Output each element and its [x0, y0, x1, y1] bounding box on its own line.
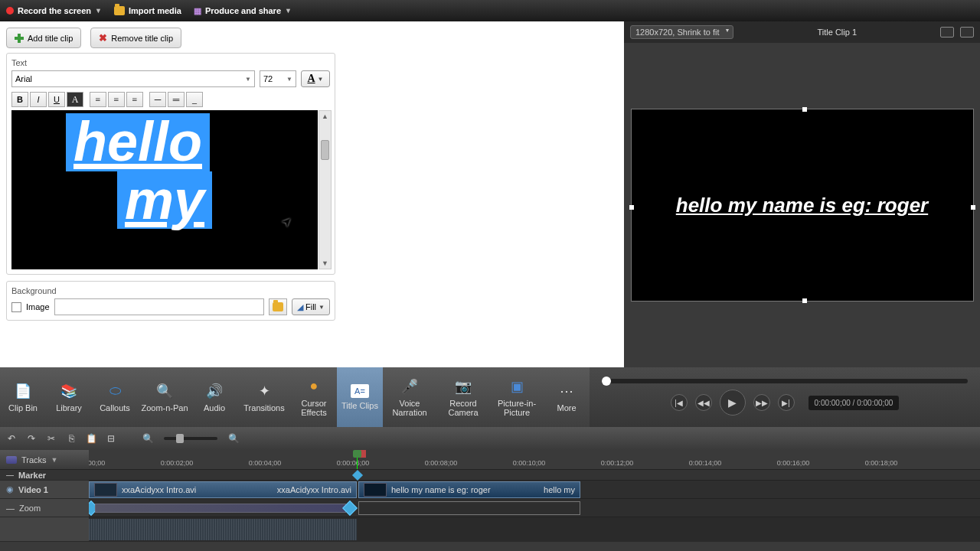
play-button[interactable]: ▶: [720, 390, 746, 416]
align-center-button[interactable]: ≡: [108, 92, 125, 107]
audio-waveform[interactable]: [89, 519, 357, 540]
eye-icon[interactable]: ◉: [6, 484, 14, 494]
add-title-clip-button[interactable]: Add title clip: [6, 28, 81, 48]
produce-share-menu[interactable]: ▦ Produce and share ▼: [194, 6, 292, 16]
align-right-button[interactable]: ≡: [126, 92, 143, 107]
valign-top-button[interactable]: ─: [149, 92, 166, 107]
marker-lane[interactable]: [89, 470, 980, 481]
tab-transitions[interactable]: ✦Transitions: [237, 367, 291, 427]
remove-title-clip-button[interactable]: ✖ Remove title clip: [90, 28, 181, 48]
zoom-out-button[interactable]: 🔍: [141, 432, 155, 445]
preview-resolution-select[interactable]: 1280x720, Shrink to fit: [630, 25, 733, 39]
bold-button[interactable]: B: [11, 92, 28, 107]
track-label-video1[interactable]: ◉Video 1: [0, 481, 89, 499]
ruler-tick: 0:00:18;00: [865, 459, 898, 467]
underline-button[interactable]: U: [48, 92, 65, 107]
tab-callouts[interactable]: ⬭Callouts: [92, 367, 138, 427]
scroll-down-icon[interactable]: ▼: [322, 259, 328, 267]
text-style-button[interactable]: A: [67, 92, 83, 107]
video-track-1[interactable]: xxaAcidyxx Intro.avi xxaAcidyxx Intro.av…: [89, 481, 980, 499]
folder-icon: [273, 302, 283, 311]
font-family-select[interactable]: Arial: [11, 70, 255, 87]
image-path-input[interactable]: [54, 298, 264, 315]
library-icon: 📚: [58, 382, 80, 400]
font-color-button[interactable]: A ▼: [301, 70, 330, 87]
background-section-label: Background: [11, 286, 330, 295]
image-checkbox-label: Image: [26, 302, 50, 311]
scroll-thumb[interactable]: [321, 140, 329, 160]
slider-thumb[interactable]: [602, 377, 611, 386]
browse-image-button[interactable]: [269, 298, 287, 315]
font-size-select[interactable]: 72: [260, 70, 296, 87]
tab-title-clips[interactable]: A=Title Clips: [337, 367, 383, 427]
resize-handle[interactable]: [971, 205, 975, 210]
audio-track[interactable]: [89, 517, 980, 542]
detach-preview-button[interactable]: [940, 27, 954, 37]
import-media-menu[interactable]: Import media: [114, 6, 181, 15]
folder-icon: [114, 6, 125, 15]
step-back-button[interactable]: ◀◀: [695, 394, 712, 411]
resize-handle[interactable]: [802, 298, 807, 303]
main-menubar: Record the screen ▼ Import media ▦ Produ…: [0, 0, 980, 21]
valign-bottom-button[interactable]: _: [186, 92, 203, 107]
fill-color-button[interactable]: ◢ Fill ▼: [292, 298, 330, 315]
preview-monitor: hello my name is eg: roger: [624, 43, 980, 367]
track-label-audio[interactable]: [0, 517, 89, 542]
ruler-tick: 0:00:10;00: [513, 459, 546, 467]
step-forward-button[interactable]: ▶▶: [753, 394, 770, 411]
record-screen-menu[interactable]: Record the screen ▼: [6, 6, 102, 15]
align-left-button[interactable]: ≡: [90, 92, 106, 107]
timeline: Tracks ▼ — Marker ◉Video 1 — Zoom 0:00:0…: [0, 450, 980, 551]
tab-more[interactable]: ⋯More: [544, 367, 590, 427]
track-label-marker[interactable]: — Marker: [0, 470, 89, 481]
zoom-region[interactable]: [95, 504, 346, 513]
zoom-in-button[interactable]: 🔍: [227, 432, 240, 445]
tab-record-camera[interactable]: 📷Record Camera: [436, 367, 490, 427]
playback-time: 0:00:00;00 / 0:00:00;00: [808, 396, 900, 410]
fullscreen-preview-button[interactable]: [960, 27, 974, 37]
redo-button[interactable]: ↷: [24, 432, 38, 445]
undo-button[interactable]: ↶: [5, 432, 18, 445]
zoom-slider-thumb[interactable]: [176, 434, 184, 443]
resize-handle[interactable]: [629, 205, 634, 210]
tab-voice-narration[interactable]: 🎤Voice Narration: [383, 367, 436, 427]
plus-icon: [15, 34, 24, 43]
tab-zoom-n-pan[interactable]: 🔍Zoom-n-Pan: [138, 367, 191, 427]
timeline-ruler[interactable]: 0:00:00;00 0:00:02;00 0:00:04;00 0:00:06…: [89, 450, 980, 470]
ruler-tick: 0:00:08;00: [425, 459, 458, 467]
tab-clip-bin[interactable]: 📄Clip Bin: [0, 367, 46, 427]
zoom-placeholder[interactable]: [358, 501, 580, 515]
track-label-zoom[interactable]: — Zoom: [0, 499, 89, 517]
playback-slider[interactable]: [602, 379, 968, 383]
image-checkbox[interactable]: [11, 302, 21, 312]
timeline-zoom-slider[interactable]: [164, 437, 217, 440]
italic-button[interactable]: I: [30, 92, 47, 107]
video-clip-1[interactable]: xxaAcidyxx Intro.avi xxaAcidyxx Intro.av…: [89, 481, 357, 498]
paste-button[interactable]: 📋: [84, 432, 98, 445]
cut-button[interactable]: ✂: [44, 432, 58, 445]
resize-handle[interactable]: [802, 107, 807, 112]
editor-scrollbar[interactable]: ▲ ▼: [318, 110, 332, 269]
title-text-editor[interactable]: hello my: [11, 110, 318, 269]
tracks-menu[interactable]: Tracks ▼: [0, 450, 89, 470]
title-clip[interactable]: hello my name is eg: roger hello my: [358, 481, 580, 498]
timeline-toolbar: ↶ ↷ ✂ ⎘ 📋 ⊟ 🔍 🔍: [0, 427, 980, 450]
tab-audio[interactable]: 🔊Audio: [191, 367, 237, 427]
copy-button[interactable]: ⎘: [64, 432, 78, 445]
clip-name-right: hello my: [544, 485, 575, 494]
tab-cursor-effects[interactable]: ●Cursor Effects: [291, 367, 337, 427]
valign-middle-button[interactable]: ═: [168, 92, 185, 107]
tab-library[interactable]: 📚Library: [46, 367, 92, 427]
marker-diamond[interactable]: [352, 470, 363, 481]
playhead[interactable]: [357, 450, 358, 469]
zoom-track[interactable]: [89, 499, 980, 517]
speaker-icon: 🔊: [204, 382, 225, 400]
tab-picture-in-picture[interactable]: ▣Picture-in-Picture: [490, 367, 544, 427]
produce-icon: ▦: [194, 6, 201, 16]
preview-title: Title Clip 1: [740, 28, 934, 37]
scroll-up-icon[interactable]: ▲: [322, 112, 328, 120]
go-end-button[interactable]: ▶|: [778, 394, 795, 411]
split-button[interactable]: ⊟: [104, 432, 118, 445]
go-start-button[interactable]: |◀: [671, 394, 688, 411]
preview-canvas[interactable]: hello my name is eg: roger: [631, 109, 974, 302]
